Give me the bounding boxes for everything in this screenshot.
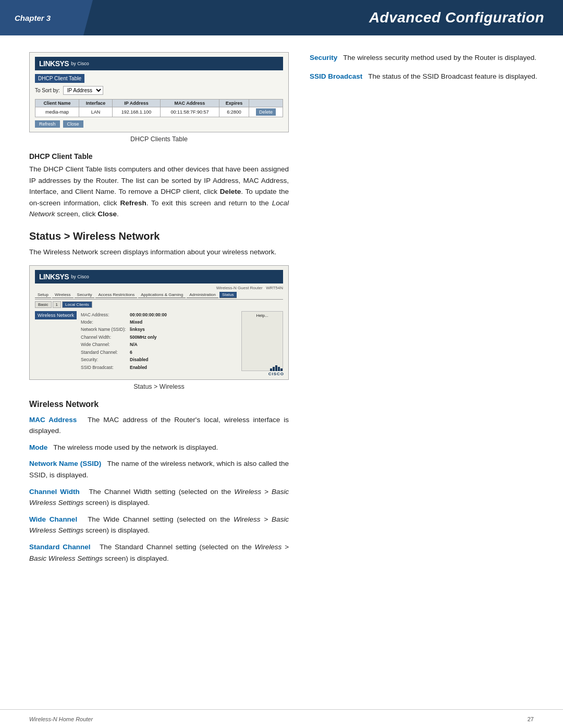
sub-tab-basic[interactable]: Basic xyxy=(35,301,52,308)
wireless-linksys-logo: LINKSYS by Cisco xyxy=(35,270,283,283)
info-row-ssid-broadcast: SSID Broadcast: Enabled xyxy=(81,364,237,371)
footer-product-name: Wireless-N Home Router xyxy=(29,716,93,722)
dhcp-table-header-row: Client Name Interface IP Address MAC Add… xyxy=(35,100,283,107)
wireless-nav-tabs: Setup Wireless Security Access Restricti… xyxy=(35,292,283,300)
nav-tab-security[interactable]: Security xyxy=(75,292,95,298)
cell-ip-address: 192.168.1.100 xyxy=(113,107,161,117)
info-row-ssid: Network Name (SSID): linksys xyxy=(81,326,237,333)
wireless-logo-text: LINKSYS xyxy=(39,273,69,281)
dhcp-heading: DHCP Client Table xyxy=(29,152,289,161)
chapter-label: Chapter 3 xyxy=(15,14,51,22)
nav-tab-admin[interactable]: Administration xyxy=(187,292,218,298)
info-label-wide-channel: Wide Channel: xyxy=(81,341,128,348)
table-row: media-map LAN 192.168.1.100 00:11:58:7F:… xyxy=(35,107,283,117)
info-row-mode: Mode: Mixed xyxy=(81,318,237,326)
page-footer: Wireless-N Home Router 27 xyxy=(0,709,563,728)
info-row-channel-width: Channel Width: 500MHz only xyxy=(81,334,237,341)
wireless-caption: Status > Wireless xyxy=(29,383,289,390)
info-label-security: Security: xyxy=(81,356,128,363)
dhcp-table: Client Name Interface IP Address MAC Add… xyxy=(35,99,283,117)
info-value-mac: 00:00:00:00:00:00 xyxy=(130,311,167,318)
right-field-ssid-broadcast: SSID Broadcast The status of the SSID Br… xyxy=(310,71,544,82)
cisco-logo: CISCO xyxy=(268,365,284,376)
linksys-logo-text: LINKSYS xyxy=(39,59,69,68)
right-column: Security The wireless security method us… xyxy=(305,52,544,569)
col-client-name: Client Name xyxy=(35,100,79,107)
nav-tab-setup[interactable]: Setup xyxy=(35,292,51,298)
nav-tab-apps[interactable]: Applications & Gaming xyxy=(138,292,186,298)
header-title-area: Advanced Configuration xyxy=(83,0,563,35)
info-label-mac: MAC Address: xyxy=(81,311,128,318)
wireless-network-heading: Wireless Network xyxy=(29,400,289,409)
info-row-mac: MAC Address: 00:00:00:00:00:00 xyxy=(81,311,237,318)
cell-interface: LAN xyxy=(79,107,113,117)
field-name-mode: Mode xyxy=(29,443,47,451)
field-name-network-name: Network Name (SSID) xyxy=(29,460,101,467)
field-name-channel-width: Channel Width xyxy=(29,488,80,496)
wireless-sub-tabs: Basic 1 Local Clients xyxy=(35,301,283,308)
footer-page-number: 27 xyxy=(528,716,534,722)
page-header: Chapter 3 Advanced Configuration xyxy=(0,0,563,35)
dhcp-tab-label: DHCP Client Table xyxy=(38,76,81,81)
status-wireless-intro: The Wireless Network screen displays inf… xyxy=(29,246,289,258)
wireless-sidebar: Wireless Network xyxy=(35,311,77,372)
wireless-content-area: Wireless Network MAC Address: 00:00:00:0… xyxy=(35,311,283,372)
info-row-wide-channel: Wide Channel: N/A xyxy=(81,341,237,348)
info-row-security: Security: Disabled xyxy=(81,356,237,363)
dhcp-caption: DHCP Clients Table xyxy=(29,135,289,143)
sub-tab-1[interactable]: 1 xyxy=(53,301,61,308)
dhcp-btn-row: Refresh Close xyxy=(35,120,283,128)
page-title: Advanced Configuration xyxy=(369,9,544,26)
dhcp-sort-row: To Sort by: IP Address xyxy=(35,86,283,95)
refresh-button[interactable]: Refresh xyxy=(35,120,60,128)
field-name-wide-channel: Wide Channel xyxy=(29,515,77,523)
col-expires: Expires xyxy=(219,100,249,107)
sub-tab-local-clients[interactable]: Local Clients xyxy=(62,301,92,308)
status-wireless-heading: Status > Wireless Network xyxy=(29,230,289,242)
col-interface: Interface xyxy=(79,100,113,107)
wireless-sidebar-item[interactable]: Wireless Network xyxy=(35,311,77,319)
info-row-std-channel: Standard Channel: 6 xyxy=(81,349,237,356)
wireless-router-label: Wireless-N Guest Router WRT54N xyxy=(216,286,283,290)
bar-4 xyxy=(278,367,280,371)
wireless-help-box: Help... xyxy=(241,311,283,372)
wireless-screenshot: LINKSYS by Cisco Wireless-N Guest Router… xyxy=(29,265,289,380)
help-label[interactable]: Help... xyxy=(256,313,268,318)
cisco-text: CISCO xyxy=(268,372,284,376)
field-name-standard-channel: Standard Channel xyxy=(29,543,91,551)
info-value-mode: Mixed xyxy=(130,318,142,326)
field-name-mac: MAC Address xyxy=(29,416,77,424)
cell-delete[interactable]: Delete xyxy=(249,107,283,117)
dhcp-tab-bar: DHCP Client Table xyxy=(35,74,84,83)
cell-client-name: media-map xyxy=(35,107,79,117)
bar-2 xyxy=(273,367,275,371)
info-label-channel-width: Channel Width: xyxy=(81,334,128,341)
info-value-channel-width: 500MHz only xyxy=(130,334,157,341)
dhcp-body-text: The DHCP Client Table lists computers an… xyxy=(29,164,289,220)
cisco-bars-icon xyxy=(270,365,283,371)
sort-by-select[interactable]: IP Address xyxy=(63,86,103,95)
bar-1 xyxy=(270,368,272,371)
info-value-ssid-broadcast: Enabled xyxy=(130,364,147,371)
nav-tab-wireless[interactable]: Wireless xyxy=(52,292,74,298)
col-mac-address: MAC Address xyxy=(160,100,219,107)
status-wireless-heading-text: Status > Wireless Network xyxy=(29,230,160,242)
col-action xyxy=(249,100,283,107)
info-value-ssid: linksys xyxy=(130,326,145,333)
delete-button[interactable]: Delete xyxy=(256,108,276,116)
field-wide-channel: Wide Channel The Wide Channel setting (s… xyxy=(29,514,289,536)
cell-mac-address: 00:11:58:7F:90:57 xyxy=(160,107,219,117)
nav-tab-status[interactable]: Status xyxy=(219,292,237,298)
right-field-name-security: Security xyxy=(310,54,337,61)
bar-3 xyxy=(275,365,277,371)
sort-by-label: To Sort by: xyxy=(35,88,60,93)
nav-tab-access[interactable]: Access Restrictions xyxy=(95,292,137,298)
info-label-std-channel: Standard Channel: xyxy=(81,349,128,356)
info-label-mode: Mode: xyxy=(81,318,128,326)
field-channel-width: Channel Width The Channel Width setting … xyxy=(29,486,289,509)
field-mode: Mode The wireless mode used by the netwo… xyxy=(29,442,289,453)
close-button[interactable]: Close xyxy=(63,120,83,128)
right-field-security: Security The wireless security method us… xyxy=(310,52,544,64)
info-value-wide-channel: N/A xyxy=(130,341,138,348)
dhcp-screenshot: LINKSYS by Cisco DHCP Client Table To So… xyxy=(29,52,289,132)
